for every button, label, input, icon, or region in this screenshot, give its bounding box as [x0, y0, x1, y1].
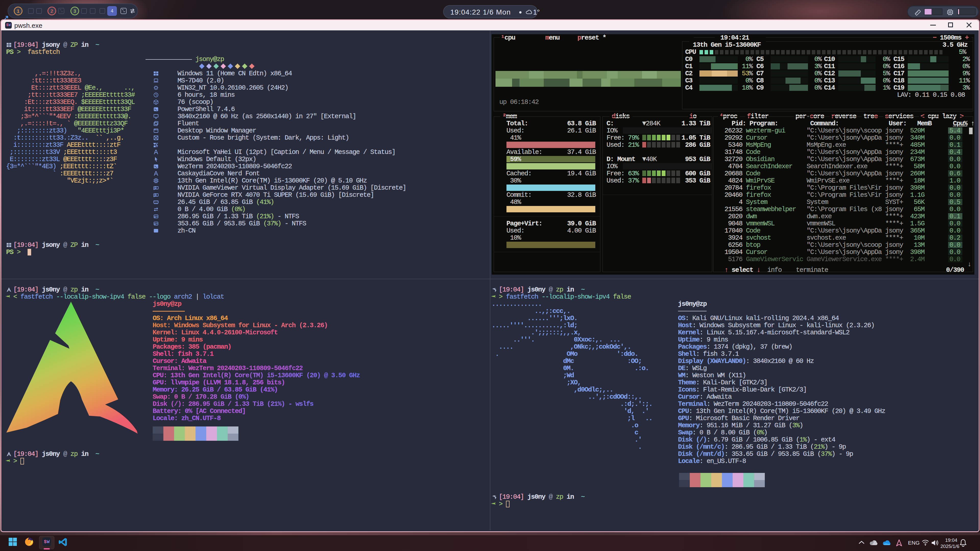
svg-text:A: A — [155, 229, 157, 232]
